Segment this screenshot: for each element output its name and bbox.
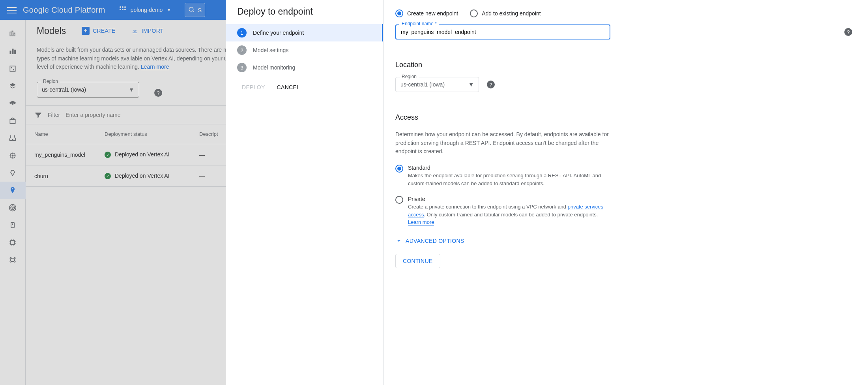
field-label: Endpoint name * (399, 21, 439, 26)
nav-item-1[interactable] (0, 43, 26, 60)
radio-add-existing[interactable]: Add to existing endpoint (470, 9, 541, 17)
page-title: Models (37, 26, 66, 36)
help-icon[interactable]: ? (154, 89, 162, 97)
endpoint-name-input[interactable] (395, 24, 610, 39)
nav-item-endpoints[interactable] (0, 182, 26, 199)
region-label: Region (41, 79, 60, 84)
svg-rect-2 (10, 32, 11, 36)
nav-item-6[interactable] (0, 130, 26, 147)
project-picker[interactable]: polong-demo ▼ (116, 4, 176, 16)
cell-name: churn (26, 173, 105, 179)
svg-rect-11 (10, 120, 15, 124)
advanced-label: ADVANCED OPTIONS (406, 238, 464, 244)
nav-item-11[interactable] (0, 216, 26, 234)
step-number: 3 (237, 63, 247, 72)
nav-item-5[interactable] (0, 112, 26, 130)
svg-rect-3 (12, 31, 13, 36)
svg-point-19 (12, 224, 13, 225)
nav-item-0[interactable] (0, 25, 26, 43)
import-button[interactable]: IMPORT (131, 27, 164, 34)
wizard-step-1[interactable]: 1 Define your endpoint (226, 24, 383, 41)
cell-status: ✓Deployed on Vertex AI (105, 173, 199, 180)
search-input[interactable]: S (185, 3, 205, 17)
check-icon: ✓ (105, 173, 111, 179)
product-name: Google Cloud Platform (23, 6, 105, 15)
svg-line-1 (193, 11, 195, 12)
project-icon (120, 6, 127, 13)
nav-item-7[interactable] (0, 147, 26, 164)
chevron-down-icon: ▼ (468, 81, 474, 88)
svg-point-15 (12, 207, 13, 208)
help-icon[interactable]: ? (844, 28, 852, 36)
advanced-options-toggle[interactable]: ADVANCED OPTIONS (395, 237, 856, 244)
nav-item-13[interactable] (0, 251, 26, 269)
project-name: polong-demo (131, 7, 163, 13)
option-title: Standard (408, 165, 610, 171)
nav-item-2[interactable] (0, 60, 26, 77)
access-private-option[interactable]: Private Create a private connection to t… (395, 196, 610, 226)
chevron-down-icon: ▼ (129, 86, 134, 93)
region-value: us-central1 (Iowa) (42, 86, 86, 93)
svg-point-0 (189, 7, 194, 11)
option-desc: Makes the endpoint available for predict… (408, 172, 610, 187)
svg-rect-7 (14, 50, 16, 54)
radio-icon (395, 196, 403, 204)
learn-more-link[interactable]: Learn more (408, 219, 434, 225)
radio-icon (470, 9, 478, 17)
step-number: 2 (237, 45, 247, 55)
svg-rect-5 (10, 51, 11, 54)
svg-point-22 (14, 257, 15, 259)
help-icon[interactable]: ? (487, 81, 495, 88)
form-pane: Create new endpoint Add to existing endp… (383, 0, 868, 385)
option-desc: Create a private connection to this endp… (408, 203, 610, 226)
svg-rect-6 (12, 49, 13, 54)
search-icon (188, 6, 195, 13)
chevron-down-icon (395, 237, 402, 244)
option-title: Private (408, 196, 610, 202)
step-number: 1 (237, 28, 247, 38)
radio-label: Add to existing endpoint (482, 10, 541, 17)
access-description: Determines how your endpoint can be acce… (395, 130, 610, 156)
step-label: Model monitoring (253, 64, 295, 71)
svg-point-14 (12, 155, 13, 156)
access-standard-option[interactable]: Standard Makes the endpoint available fo… (395, 165, 610, 187)
wizard-step-3[interactable]: 3 Model monitoring (226, 59, 383, 76)
svg-point-9 (11, 68, 12, 68)
svg-point-21 (10, 257, 11, 259)
download-icon (131, 27, 138, 34)
learn-more-link[interactable]: Learn more (141, 64, 169, 70)
wizard-sidebar: Deploy to endpoint 1 Define your endpoin… (226, 0, 383, 385)
svg-point-16 (11, 206, 15, 210)
nav-item-3[interactable] (0, 77, 26, 95)
plus-icon: + (82, 27, 90, 35)
svg-rect-18 (11, 222, 14, 227)
continue-button[interactable]: CONTINUE (395, 254, 440, 268)
nav-item-12[interactable] (0, 234, 26, 251)
svg-rect-4 (14, 33, 15, 36)
radio-icon (395, 9, 403, 17)
search-text: S (198, 7, 202, 13)
wizard-title: Deploy to endpoint (226, 6, 383, 24)
location-region-select[interactable]: Region us-central1 (Iowa) ▼ (395, 77, 479, 92)
col-status[interactable]: Deployment status (105, 131, 199, 137)
col-name[interactable]: Name (26, 131, 105, 137)
chevron-down-icon: ▼ (166, 7, 171, 13)
region-select[interactable]: Region us-central1 (Iowa) ▼ (37, 82, 139, 98)
radio-label: Create new endpoint (407, 10, 458, 17)
svg-point-23 (10, 261, 11, 262)
cancel-button[interactable]: CANCEL (277, 84, 300, 90)
nav-item-4[interactable] (0, 95, 26, 112)
nav-item-8[interactable] (0, 164, 26, 182)
deploy-button[interactable]: DEPLOY (242, 84, 265, 90)
svg-rect-20 (11, 240, 15, 244)
nav-item-10[interactable] (0, 199, 26, 216)
wizard-step-2[interactable]: 2 Model settings (226, 41, 383, 59)
svg-rect-8 (10, 66, 15, 71)
endpoint-name-field: Endpoint name * ? (395, 24, 856, 39)
filter-icon (34, 111, 42, 119)
step-label: Define your endpoint (253, 30, 304, 36)
create-button[interactable]: + CREATE (82, 27, 116, 35)
svg-point-12 (12, 139, 13, 140)
radio-create-new[interactable]: Create new endpoint (395, 9, 458, 17)
hamburger-menu-icon[interactable] (7, 5, 17, 15)
